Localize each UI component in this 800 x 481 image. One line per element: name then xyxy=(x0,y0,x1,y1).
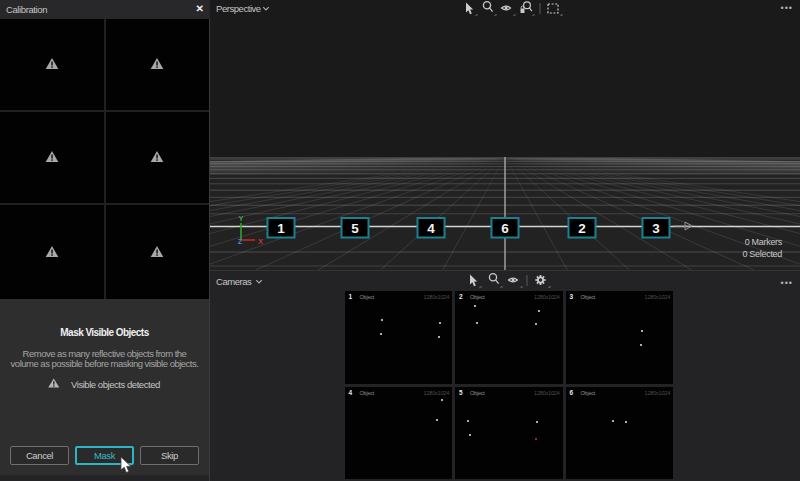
svg-text:2: 2 xyxy=(578,221,586,236)
svg-text:1: 1 xyxy=(277,221,285,236)
svg-text:3: 3 xyxy=(652,221,660,236)
svg-text:6: 6 xyxy=(501,221,509,236)
svg-text:X: X xyxy=(258,237,263,246)
svg-text:5: 5 xyxy=(351,221,359,236)
svg-text:4: 4 xyxy=(427,221,435,236)
svg-text:Y: Y xyxy=(238,214,243,223)
svg-text:Z: Z xyxy=(238,237,243,246)
